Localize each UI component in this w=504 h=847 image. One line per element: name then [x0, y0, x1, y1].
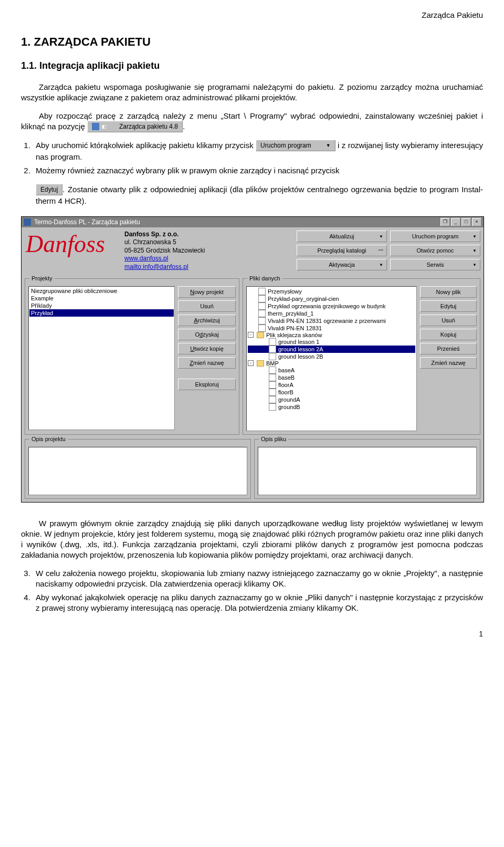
tree-file[interactable]: Przemysłowy	[248, 288, 415, 295]
tree-file[interactable]: ground lesson 2B	[248, 353, 415, 360]
tree-file[interactable]: Przykład-pary_oryginał-cien	[248, 295, 415, 302]
kopiuj-plik-button[interactable]: Kopiuj	[420, 329, 477, 340]
tree-file[interactable]: groundB	[248, 403, 415, 411]
serwis-button[interactable]: Serwis▼	[390, 259, 480, 270]
usun-plik-button[interactable]: Usuń	[420, 315, 477, 326]
heading-1: 1. ZARZĄDCA PAKIETU	[21, 35, 483, 49]
list-item-4: Aby wykonać jakąkolwiek operację na plik…	[33, 592, 483, 614]
li1-text-a: Aby uruchomić którąkolwiek aplikację pak…	[36, 141, 256, 150]
menu-item-zarzadca[interactable]: ◧ Zarządca pakietu 4.8	[87, 121, 183, 132]
btn-rest: rchiwizuj	[198, 317, 220, 323]
file-icon	[269, 396, 276, 403]
fullscreen-button[interactable]: ❐	[440, 218, 450, 226]
opis-pliku-box[interactable]	[258, 447, 477, 495]
tree-file[interactable]: ground lesson 1	[248, 338, 415, 346]
expand-toggle-icon[interactable]: -	[248, 332, 254, 338]
archiwizuj-button[interactable]: Archiwizuj	[178, 315, 236, 326]
close-button[interactable]: ×	[472, 218, 481, 226]
tree-folder[interactable]: -BMP	[248, 360, 415, 367]
paragraph-start-b: .	[183, 122, 185, 131]
list-item-2-cont: Edytuj . Zostanie otwarty plik z odpowie…	[36, 184, 483, 206]
projekty-group: Projekty Niezgrupowane pliki obliczeniow…	[25, 278, 239, 435]
maximize-button[interactable]: □	[461, 218, 471, 226]
odzyskaj-button[interactable]: Odzyskaj	[178, 329, 236, 340]
tree-item-label: Vivaldi PN-EN 12831	[268, 325, 322, 331]
chevron-down-icon: ▼	[379, 261, 383, 269]
company-mail[interactable]: mailto:info@danfoss.pl	[124, 263, 188, 270]
tree-file[interactable]: floorA	[248, 381, 415, 389]
addr-line1: ul. Chrzanowska 5	[124, 238, 176, 246]
project-item[interactable]: Příklady	[29, 302, 174, 309]
aktualizuj-button[interactable]: Aktualizuj▼	[297, 231, 387, 242]
files-tree[interactable]: PrzemysłowyPrzykład-pary_oryginał-cienPr…	[246, 286, 417, 431]
tree-item-label: floorB	[278, 389, 293, 395]
tree-file[interactable]: ground lesson 2A	[248, 346, 415, 353]
file-icon	[258, 325, 266, 332]
li2-text-a: Możemy również zaznaczyć wybrany plik w …	[36, 166, 340, 175]
minimize-button[interactable]: _	[451, 218, 460, 226]
project-item[interactable]: Example	[29, 295, 174, 302]
opis-projektu-legend: Opis projektu	[29, 436, 68, 442]
tree-item-label: Przykład-pary_oryginał-cien	[268, 296, 339, 302]
nowy-plik-button[interactable]: Nowy plik	[420, 286, 477, 298]
file-icon	[269, 338, 276, 346]
btn-label: Aktualizuj	[329, 233, 354, 239]
tree-file[interactable]: groundA	[248, 396, 415, 403]
aktywacja-button[interactable]: Aktywacja▼	[297, 259, 387, 270]
tree-file[interactable]: floorB	[248, 389, 415, 396]
li2-text-b: . Zostanie otwarty plik z odpowiedniej a…	[36, 185, 483, 205]
btn-rest: zyskaj	[203, 331, 219, 338]
company-url[interactable]: www.danfoss.pl	[124, 255, 168, 262]
app-icon: ◧	[92, 123, 99, 130]
folder-icon	[257, 360, 264, 367]
company-name: Danfoss Sp. z o.o.	[124, 231, 178, 238]
file-icon	[269, 403, 276, 411]
projects-list[interactable]: Niezgrupowane pliki obliczenioweExampleP…	[28, 286, 175, 430]
tree-file[interactable]: Przykład ogrzewania grzejnikowego w budy…	[248, 302, 415, 310]
opis-projektu-box[interactable]	[28, 447, 247, 495]
tree-item-label: therm_przykład_1	[268, 310, 313, 317]
uruchom-program-button[interactable]: Uruchom program ▼	[256, 140, 335, 151]
pliki-legend: Pliki danych	[247, 275, 282, 281]
edytuj-plik-button[interactable]: Edytuj	[420, 300, 477, 312]
zmien-nazwe-projekt-button[interactable]: Zmień nazwę	[178, 357, 236, 369]
tree-file[interactable]: therm_przykład_1	[248, 310, 415, 317]
tree-file[interactable]: baseB	[248, 374, 415, 381]
przegladaj-katalogi-button[interactable]: Przeglądaj katalogi···	[297, 245, 387, 256]
tree-file[interactable]: Vivaldi PN-EN 12831 ogrzewanie z przerwa…	[248, 317, 415, 325]
tree-file[interactable]: baseA	[248, 367, 415, 374]
edytuj-button-inline[interactable]: Edytuj	[36, 184, 62, 195]
btn-rest: mień nazwę	[193, 360, 224, 366]
zmien-nazwe-plik-button[interactable]: Zmień nazwę	[420, 357, 477, 369]
tree-item-label: Przykład ogrzewania grzejnikowego w budy…	[268, 303, 385, 309]
otworz-pomoc-button[interactable]: Otwórz pomoc▼	[390, 245, 480, 256]
eksploruj-button[interactable]: Eksploruj	[178, 379, 236, 390]
list-item-2: Możemy również zaznaczyć wybrany plik w …	[33, 165, 483, 176]
usun-projekt-button[interactable]: Usuń	[178, 300, 236, 312]
opis-pliku-legend: Opis pliku	[259, 436, 288, 442]
btn-label: Aktywacja	[329, 262, 355, 268]
tree-item-label: ground lesson 2B	[278, 353, 323, 360]
title-bar[interactable]: Termo-Danfoss PL - Zarządca pakietu ❐ _ …	[22, 217, 484, 227]
file-icon	[269, 346, 276, 353]
menu-item-label: Zarządca pakietu 4.8	[101, 122, 178, 131]
chevron-down-icon: ▼	[472, 247, 477, 255]
uruchom-program-button[interactable]: Uruchom program▼	[390, 231, 480, 242]
tree-folder[interactable]: -Plik sklejacza skanów	[248, 332, 415, 338]
btn-label: Przeglądaj katalogi	[318, 247, 366, 254]
window-title: Termo-Danfoss PL - Zarządca pakietu	[34, 218, 140, 226]
btn-label: Serwis	[426, 262, 444, 268]
przenies-plik-button[interactable]: Przenieś	[420, 343, 477, 354]
tree-item-label: Przemysłowy	[268, 288, 302, 295]
utworz-kopie-button[interactable]: Utwórz kopię	[178, 343, 236, 354]
nowy-projekt-button[interactable]: Nowy projekt	[178, 286, 236, 298]
expand-toggle-icon[interactable]: -	[248, 360, 254, 366]
pliki-danych-group: Pliki danych PrzemysłowyPrzykład-pary_or…	[243, 278, 480, 435]
project-item[interactable]: Przykład	[29, 309, 174, 317]
tree-file[interactable]: Vivaldi PN-EN 12831	[248, 325, 415, 332]
heading-2: 1.1. Integracja aplikacji pakietu	[21, 60, 483, 71]
btn-label: Uruchom program	[412, 233, 459, 239]
project-item[interactable]: Niezgrupowane pliki obliczeniowe	[29, 287, 174, 295]
btn-rest: twórz kopię	[194, 346, 224, 352]
list-item-1: Aby uruchomić którąkolwiek aplikację pak…	[33, 140, 483, 162]
